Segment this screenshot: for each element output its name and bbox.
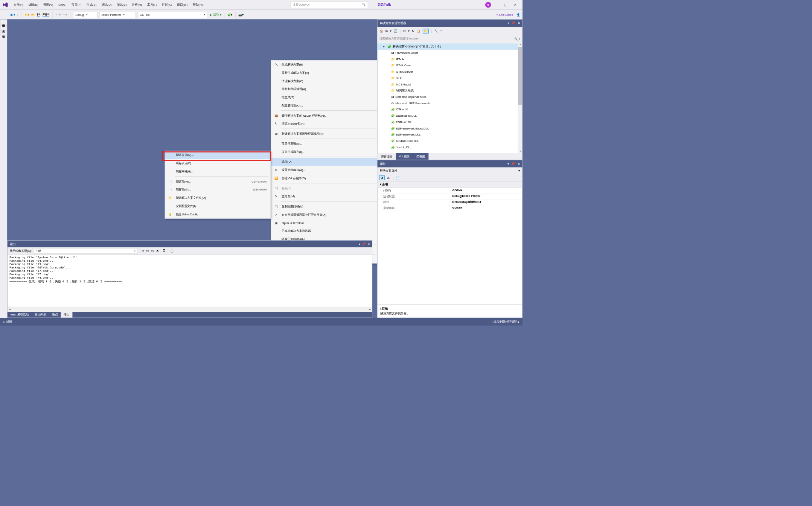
panel-pin-icon[interactable]: 📌 [362,242,366,246]
start-button[interactable]: ▶ 启动 ▾ [210,12,221,17]
open-button[interactable]: 📂 [31,13,35,16]
menu-item[interactable]: 新建项目(N)... [165,151,271,159]
menu-项目(P)[interactable]: 项目(P) [69,2,84,8]
save-all-button[interactable]: 💾💾 [43,13,50,16]
menu-item[interactable]: 安装配置文件(I) [165,202,271,210]
panel-dropdown-icon[interactable]: ▾ [507,21,509,25]
left-tab[interactable]: 数据源 [0,31,8,36]
platform-combo[interactable]: Mixed Platform▼ [99,12,136,18]
save-button[interactable]: 💾 [37,13,41,16]
tree-node[interactable]: 🗂Microsoft .NET Framework [378,100,523,107]
tree-node[interactable]: 📁GTalk [378,56,523,62]
solution-tree[interactable]: ▸ 🧩 解决方案"GGTalk"(7 个项目，共 7 个) 🗂Framework… [378,43,523,153]
menu-item[interactable]: 现有项目(E)... [165,159,271,168]
tree-node[interactable]: 🗂Detected Dependencies [378,94,523,100]
se-tab[interactable]: 类视图 [413,153,428,160]
tree-node[interactable]: 🧩JustLib.DLL [378,144,523,151]
property-row[interactable]: (名称)GGTalk [378,188,523,194]
output-tab[interactable]: Web 发布活动 [8,312,32,317]
se-tab[interactable]: Git 更改 [396,153,413,160]
left-tab[interactable]: 工具箱 [0,25,8,30]
output-wrap-icon[interactable]: ≣ [163,249,165,253]
output-text[interactable]: Packaging file 'System.Data.SQLite.dll'.… [8,255,372,307]
search-box[interactable]: 搜索 (Ctrl+Q) 🔍 [291,2,368,8]
menu-扩展(X)[interactable]: 扩展(X) [160,2,174,8]
tree-node[interactable]: 🧩ESBasic.DLL [378,119,523,125]
menu-生成(B)[interactable]: 生成(B) [84,2,99,8]
left-tab[interactable]: 服务器资源管理器 [0,20,8,25]
menu-编辑(E)[interactable]: 编辑(E) [26,2,41,8]
property-row[interactable]: 启动项目GGTalk [378,205,523,211]
feedback-icon[interactable]: 👤 [516,13,520,16]
solution-search[interactable]: 搜索解决方案资源管理器(Ctrl+;) 🔍 ▾ [378,35,523,42]
menu-窗口(W)[interactable]: 窗口(W) [175,2,190,8]
panel-dropdown-icon[interactable]: ▾ [359,242,360,246]
menu-测试(S)[interactable]: 测试(S) [114,2,129,8]
output-source-combo[interactable]: 生成▼ [34,248,138,253]
tree-node[interactable]: 🧩ESFramework.DLL [378,131,523,138]
nav-back-button[interactable]: ◉ ▾ [10,13,15,16]
menu-item[interactable]: 📄现有项(G)...Shift+Alt+A [165,186,271,194]
nav-fwd-button[interactable]: ▸ [17,13,18,16]
se-collapse-icon[interactable]: ⊟ [403,29,405,33]
output-tab[interactable]: 断点 [49,312,61,317]
toolbar-icon-1[interactable]: 🧩▾ [227,13,233,16]
tree-node[interactable]: 📁MCS.Boost [378,81,523,88]
property-row[interactable]: 路径D:\Desktop\哈哈\GGT [378,200,523,205]
panel-close-icon[interactable]: ✕ [518,162,520,166]
menu-item[interactable]: 现有网站(B)... [165,168,271,176]
tree-node[interactable]: 🧩ESFramework.Boost.DLL [378,125,523,132]
tree-node[interactable]: 🧩DataRabbit.DLL [378,113,523,119]
tree-node[interactable]: 🧩GGTalk.Core.DLL [378,138,523,144]
live-share-button[interactable]: ↪ Live Share [496,13,513,17]
se-copy-icon[interactable]: 📋 [417,29,420,33]
config-combo[interactable]: Debug▼ [73,12,97,18]
tree-scrollbar[interactable]: ▴ ▾ [518,43,523,153]
tree-node[interactable]: 🗂Framework.Boost [378,50,523,56]
tree-node[interactable]: 🧩CSkin.dll [378,106,523,113]
maximize-button[interactable]: ▢ [501,3,510,7]
output-prev-icon[interactable]: ≡↑ [146,249,149,253]
property-row[interactable]: 活动配置Debug|Mixed Platfor [378,194,523,199]
redo-button[interactable]: ↷ ▾ [62,13,67,16]
output-goto-icon[interactable]: ≡ [142,249,144,253]
user-avatar[interactable]: 海 [485,2,491,8]
panel-close-icon[interactable]: ✕ [367,242,370,246]
output-tab[interactable]: 输出 [61,312,72,317]
panel-dropdown-icon[interactable]: ▾ [507,162,509,166]
properties-subject[interactable]: 解决方案属性 ▾ [378,168,523,174]
menu-帮助(H)[interactable]: 帮助(H) [190,2,205,8]
output-hscroll[interactable]: ◂▸ [8,308,372,312]
menu-Git(G)[interactable]: Git(G) [56,2,69,8]
se-tab[interactable]: 源管理器 [378,153,396,160]
menu-分析(N)[interactable]: 分析(N) [129,2,144,8]
output-next-icon[interactable]: ≡↓ [151,249,154,253]
status-source-control[interactable]: ↑ 添加到源代码管理 ▴ [491,320,519,324]
output-clear-icon[interactable]: ✖ [156,249,158,253]
se-preview-icon[interactable]: ━ [440,29,442,33]
prop-cat-icon[interactable]: 🗂 [379,175,385,180]
menu-调试(D)[interactable]: 调试(D) [99,2,114,8]
panel-close-icon[interactable]: ✕ [518,21,520,25]
tree-node[interactable]: 📁GTalk.Server [378,69,523,75]
tree-node[interactable]: 📁stLib [378,75,523,81]
menu-视图(V)[interactable]: 视图(V) [41,2,56,8]
prop-pages-icon[interactable]: 📄 [396,176,400,180]
output-tab[interactable]: 错误列表 [32,312,49,317]
menu-item[interactable]: 📁新建解决方案文件夹(D) [165,194,271,202]
se-refresh-icon[interactable]: ↻ [412,29,414,33]
output-misc-icon[interactable]: 📋 [170,249,174,253]
property-category[interactable]: ▾ 杂项 [378,181,523,188]
solution-root-node[interactable]: ▸ 🧩 解决方案"GGTalk"(7 个项目，共 7 个) [378,43,523,50]
toolbar-icon-2[interactable]: 📷▾ [238,13,244,16]
minimize-button[interactable]: — [491,3,501,7]
se-switch-icon[interactable]: ⧉ [385,29,388,33]
panel-pin-icon[interactable]: 📌 [511,21,515,25]
tree-node[interactable]: 📁域网聊天系统 [378,87,523,94]
se-home-icon[interactable]: 🏠 [379,29,383,33]
se-sync-icon[interactable]: 🔄 [394,29,398,33]
se-showall-icon[interactable]: 📁 [423,29,429,34]
panel-pin-icon[interactable]: 📌 [511,162,515,166]
tree-node[interactable]: 📁GTalk.Core [378,62,523,69]
se-properties-icon[interactable]: 🔧 [434,29,438,33]
